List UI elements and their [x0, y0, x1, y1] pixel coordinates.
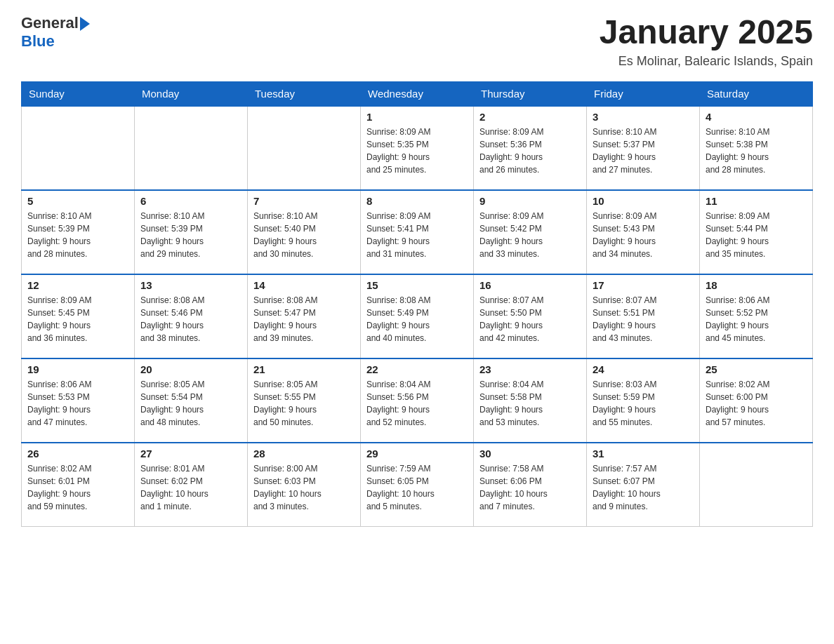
- day-info: Sunrise: 8:10 AM Sunset: 5:37 PM Dayligh…: [593, 126, 694, 176]
- day-number: 14: [253, 279, 355, 291]
- day-number: 23: [479, 363, 581, 375]
- day-number: 22: [366, 363, 468, 375]
- calendar-day-11: 11Sunrise: 8:09 AM Sunset: 5:44 PM Dayli…: [700, 190, 813, 274]
- calendar-day-19: 19Sunrise: 8:06 AM Sunset: 5:53 PM Dayli…: [22, 358, 135, 443]
- page-title: January 2025: [600, 14, 813, 51]
- calendar-header-row: SundayMondayTuesdayWednesdayThursdayFrid…: [22, 81, 813, 106]
- calendar-table: SundayMondayTuesdayWednesdayThursdayFrid…: [21, 81, 813, 528]
- col-header-monday: Monday: [135, 81, 248, 106]
- day-number: 1: [366, 111, 468, 123]
- day-number: 31: [593, 448, 694, 459]
- logo-arrow-icon: [80, 17, 90, 31]
- calendar-week-row: 12Sunrise: 8:09 AM Sunset: 5:45 PM Dayli…: [22, 274, 813, 358]
- calendar-week-row: 26Sunrise: 8:02 AM Sunset: 6:01 PM Dayli…: [22, 443, 813, 527]
- day-number: 2: [479, 111, 581, 123]
- page-subtitle: Es Molinar, Balearic Islands, Spain: [600, 54, 813, 69]
- calendar-day-20: 20Sunrise: 8:05 AM Sunset: 5:54 PM Dayli…: [135, 358, 248, 443]
- logo-general-text: General: [21, 14, 79, 32]
- day-info: Sunrise: 8:05 AM Sunset: 5:54 PM Dayligh…: [140, 378, 241, 429]
- calendar-day-18: 18Sunrise: 8:06 AM Sunset: 5:52 PM Dayli…: [700, 274, 813, 358]
- calendar-day-6: 6Sunrise: 8:10 AM Sunset: 5:39 PM Daylig…: [135, 190, 248, 274]
- day-info: Sunrise: 8:09 AM Sunset: 5:41 PM Dayligh…: [366, 210, 468, 260]
- calendar-day-8: 8Sunrise: 8:09 AM Sunset: 5:41 PM Daylig…: [361, 190, 474, 274]
- calendar-day-13: 13Sunrise: 8:08 AM Sunset: 5:46 PM Dayli…: [135, 274, 248, 358]
- title-area: January 2025 Es Molinar, Balearic Island…: [600, 14, 813, 69]
- day-info: Sunrise: 8:08 AM Sunset: 5:46 PM Dayligh…: [140, 294, 241, 344]
- calendar-day-26: 26Sunrise: 8:02 AM Sunset: 6:01 PM Dayli…: [22, 443, 135, 527]
- day-info: Sunrise: 8:04 AM Sunset: 5:58 PM Dayligh…: [479, 378, 581, 429]
- day-info: Sunrise: 8:10 AM Sunset: 5:39 PM Dayligh…: [27, 210, 128, 260]
- day-number: 27: [140, 448, 241, 459]
- day-number: 13: [140, 279, 241, 291]
- day-info: Sunrise: 8:09 AM Sunset: 5:36 PM Dayligh…: [479, 126, 581, 176]
- col-header-wednesday: Wednesday: [361, 81, 474, 106]
- day-number: 29: [366, 448, 468, 459]
- col-header-saturday: Saturday: [700, 81, 813, 106]
- day-number: 21: [253, 363, 355, 375]
- day-number: 11: [706, 195, 807, 207]
- calendar-day-23: 23Sunrise: 8:04 AM Sunset: 5:58 PM Dayli…: [474, 358, 587, 443]
- day-number: 4: [706, 111, 807, 123]
- day-info: Sunrise: 8:03 AM Sunset: 5:59 PM Dayligh…: [593, 378, 694, 429]
- col-header-tuesday: Tuesday: [248, 81, 361, 106]
- day-number: 9: [479, 195, 581, 207]
- day-number: 8: [366, 195, 468, 207]
- calendar-week-row: 19Sunrise: 8:06 AM Sunset: 5:53 PM Dayli…: [22, 358, 813, 443]
- header: GeneralBlue January 2025 Es Molinar, Bal…: [21, 14, 813, 69]
- day-number: 18: [706, 279, 807, 291]
- day-info: Sunrise: 8:10 AM Sunset: 5:38 PM Dayligh…: [706, 126, 807, 176]
- calendar-day-17: 17Sunrise: 8:07 AM Sunset: 5:51 PM Dayli…: [587, 274, 700, 358]
- calendar-day-22: 22Sunrise: 8:04 AM Sunset: 5:56 PM Dayli…: [361, 358, 474, 443]
- calendar-day-2: 2Sunrise: 8:09 AM Sunset: 5:36 PM Daylig…: [474, 106, 587, 190]
- day-info: Sunrise: 8:01 AM Sunset: 6:02 PM Dayligh…: [140, 462, 241, 513]
- day-number: 6: [140, 195, 241, 207]
- day-number: 30: [479, 448, 581, 459]
- day-info: Sunrise: 7:57 AM Sunset: 6:07 PM Dayligh…: [593, 462, 694, 513]
- day-info: Sunrise: 7:59 AM Sunset: 6:05 PM Dayligh…: [366, 462, 468, 513]
- calendar-day-3: 3Sunrise: 8:10 AM Sunset: 5:37 PM Daylig…: [587, 106, 700, 190]
- day-info: Sunrise: 8:02 AM Sunset: 6:01 PM Dayligh…: [27, 462, 128, 513]
- day-number: 3: [593, 111, 694, 123]
- empty-cell: [248, 106, 361, 190]
- day-number: 5: [27, 195, 128, 207]
- empty-cell: [22, 106, 135, 190]
- day-number: 16: [479, 279, 581, 291]
- day-info: Sunrise: 8:09 AM Sunset: 5:43 PM Dayligh…: [593, 210, 694, 260]
- calendar-day-4: 4Sunrise: 8:10 AM Sunset: 5:38 PM Daylig…: [700, 106, 813, 190]
- calendar-day-21: 21Sunrise: 8:05 AM Sunset: 5:55 PM Dayli…: [248, 358, 361, 443]
- col-header-thursday: Thursday: [474, 81, 587, 106]
- calendar-day-9: 9Sunrise: 8:09 AM Sunset: 5:42 PM Daylig…: [474, 190, 587, 274]
- day-info: Sunrise: 8:05 AM Sunset: 5:55 PM Dayligh…: [253, 378, 355, 429]
- day-info: Sunrise: 8:09 AM Sunset: 5:35 PM Dayligh…: [366, 126, 468, 176]
- day-info: Sunrise: 8:08 AM Sunset: 5:49 PM Dayligh…: [366, 294, 468, 344]
- calendar-day-15: 15Sunrise: 8:08 AM Sunset: 5:49 PM Dayli…: [361, 274, 474, 358]
- day-info: Sunrise: 7:58 AM Sunset: 6:06 PM Dayligh…: [479, 462, 581, 513]
- col-header-friday: Friday: [587, 81, 700, 106]
- calendar-day-14: 14Sunrise: 8:08 AM Sunset: 5:47 PM Dayli…: [248, 274, 361, 358]
- day-number: 17: [593, 279, 694, 291]
- col-header-sunday: Sunday: [22, 81, 135, 106]
- empty-cell: [700, 443, 813, 527]
- day-number: 28: [253, 448, 355, 459]
- day-info: Sunrise: 8:04 AM Sunset: 5:56 PM Dayligh…: [366, 378, 468, 429]
- calendar-day-1: 1Sunrise: 8:09 AM Sunset: 5:35 PM Daylig…: [361, 106, 474, 190]
- calendar-day-24: 24Sunrise: 8:03 AM Sunset: 5:59 PM Dayli…: [587, 358, 700, 443]
- day-info: Sunrise: 8:06 AM Sunset: 5:53 PM Dayligh…: [27, 378, 128, 429]
- day-info: Sunrise: 8:02 AM Sunset: 6:00 PM Dayligh…: [706, 378, 807, 429]
- day-info: Sunrise: 8:09 AM Sunset: 5:44 PM Dayligh…: [706, 210, 807, 260]
- day-info: Sunrise: 8:10 AM Sunset: 5:40 PM Dayligh…: [253, 210, 355, 260]
- day-number: 20: [140, 363, 241, 375]
- calendar-day-12: 12Sunrise: 8:09 AM Sunset: 5:45 PM Dayli…: [22, 274, 135, 358]
- calendar-day-30: 30Sunrise: 7:58 AM Sunset: 6:06 PM Dayli…: [474, 443, 587, 527]
- calendar-day-28: 28Sunrise: 8:00 AM Sunset: 6:03 PM Dayli…: [248, 443, 361, 527]
- day-number: 7: [253, 195, 355, 207]
- calendar-day-10: 10Sunrise: 8:09 AM Sunset: 5:43 PM Dayli…: [587, 190, 700, 274]
- day-number: 10: [593, 195, 694, 207]
- day-info: Sunrise: 8:07 AM Sunset: 5:51 PM Dayligh…: [593, 294, 694, 344]
- day-info: Sunrise: 8:00 AM Sunset: 6:03 PM Dayligh…: [253, 462, 355, 513]
- calendar-week-row: 5Sunrise: 8:10 AM Sunset: 5:39 PM Daylig…: [22, 190, 813, 274]
- day-info: Sunrise: 8:09 AM Sunset: 5:42 PM Dayligh…: [479, 210, 581, 260]
- logo-blue-text: Blue: [21, 32, 55, 50]
- day-number: 12: [27, 279, 128, 291]
- calendar-week-row: 1Sunrise: 8:09 AM Sunset: 5:35 PM Daylig…: [22, 106, 813, 190]
